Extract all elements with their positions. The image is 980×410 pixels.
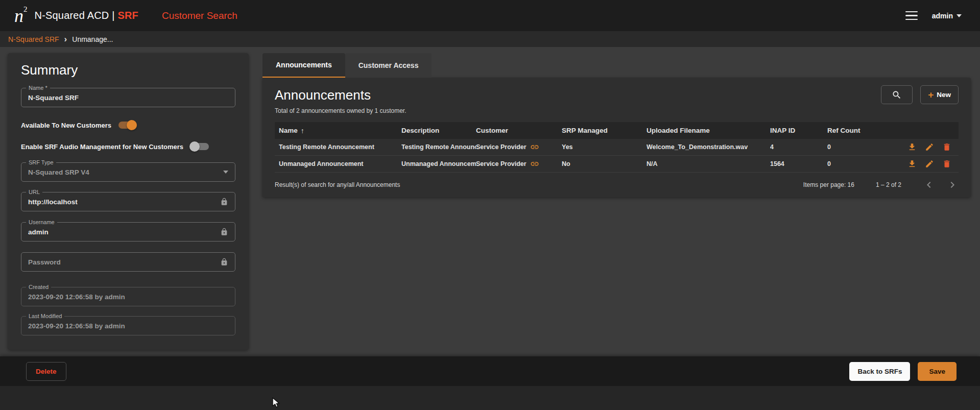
- page-range-label: 1 – 2 of 2: [876, 181, 901, 188]
- items-per-page[interactable]: Items per page: 16: [803, 181, 854, 188]
- audio-toggle-row: Enable SRF Audio Management for New Cust…: [21, 140, 235, 153]
- column-header-description[interactable]: Description: [401, 127, 476, 134]
- cell-customer: Service Provider: [476, 142, 562, 152]
- cell-name: Unmanaged Announcement: [279, 160, 401, 167]
- next-page-button[interactable]: [946, 179, 959, 191]
- username-input[interactable]: [28, 228, 216, 236]
- available-toggle-row: Available To New Customers: [21, 118, 235, 132]
- username-field[interactable]: Username: [21, 222, 235, 242]
- password-input[interactable]: [28, 258, 216, 266]
- breadcrumb: N-Squared SRF › Unmanage...: [0, 31, 980, 47]
- announcements-actions: + New: [881, 85, 959, 104]
- last-modified-value: 2023-09-20 12:06:58 by admin: [28, 322, 228, 330]
- column-header-inap-id[interactable]: INAP ID: [770, 127, 827, 134]
- items-per-page-value[interactable]: 16: [848, 181, 854, 188]
- cell-customer: Service Provider: [476, 159, 562, 168]
- save-button[interactable]: Save: [918, 362, 957, 381]
- announcements-header: Announcements + New: [275, 85, 959, 104]
- download-icon[interactable]: [907, 159, 917, 168]
- last-modified-field-label: Last Modified: [26, 313, 64, 320]
- plus-icon: +: [928, 90, 934, 100]
- table-row: Unmanaged Announcement Unmanaged Announc…: [275, 156, 959, 173]
- logo-n: n: [14, 7, 23, 25]
- delete-button[interactable]: Delete: [26, 362, 66, 381]
- tab-customer-access[interactable]: Customer Access: [345, 53, 432, 78]
- sort-ascending-icon: ↑: [301, 127, 304, 135]
- cell-ref-count: 0: [827, 143, 881, 151]
- username-field-label: Username: [26, 219, 57, 226]
- back-to-srfs-button[interactable]: Back to SRFs: [849, 362, 910, 381]
- name-field[interactable]: Name *: [21, 88, 235, 107]
- customer-name: Service Provider: [476, 143, 527, 151]
- available-to-new-customers-toggle[interactable]: [117, 119, 138, 131]
- paginator-buttons: [923, 179, 959, 191]
- row-actions: [881, 159, 955, 168]
- announcements-card: Announcements + New Total of 2 announcem…: [262, 78, 971, 197]
- column-name-label: Name: [279, 127, 298, 134]
- available-toggle-label: Available To New Customers: [21, 122, 111, 129]
- table-footer: Result(s) of search for any/all Announce…: [275, 173, 959, 197]
- cell-name: Testing Remote Announcement: [279, 143, 401, 151]
- paginator: Items per page: 16 1 – 2 of 2: [803, 179, 959, 191]
- breadcrumb-root-link[interactable]: N-Squared SRF: [8, 35, 59, 43]
- user-menu[interactable]: admin: [932, 12, 962, 20]
- app-header: n2 N-Squared ACD | SRF Customer Search a…: [0, 0, 980, 31]
- action-bar-right: Back to SRFs Save: [849, 362, 957, 381]
- password-field[interactable]: [21, 252, 235, 272]
- announcements-subtitle: Total of 2 announcements owned by 1 cust…: [275, 107, 959, 115]
- created-field-label: Created: [26, 284, 51, 291]
- cell-description: Testing Remote Announcement: [401, 143, 476, 151]
- download-icon[interactable]: [907, 142, 917, 152]
- chevron-left-icon: [923, 179, 935, 191]
- header-right: admin: [905, 11, 962, 20]
- column-header-uploaded-filename[interactable]: Uploaded Filename: [647, 127, 770, 134]
- column-header-customer[interactable]: Customer: [476, 127, 562, 134]
- app-title-srf: SRF: [117, 10, 138, 21]
- url-input[interactable]: [28, 198, 216, 206]
- customer-name: Service Provider: [476, 160, 527, 167]
- tab-bar: Announcements Customer Access: [262, 53, 432, 78]
- tab-customer-access-label: Customer Access: [358, 61, 419, 69]
- link-icon[interactable]: [530, 142, 539, 152]
- hamburger-menu-icon[interactable]: [905, 11, 918, 20]
- cell-srp-managed: No: [562, 160, 647, 167]
- new-announcement-button[interactable]: + New: [920, 85, 959, 104]
- audio-toggle-label: Enable SRF Audio Management for New Cust…: [21, 143, 183, 151]
- column-header-ref-count[interactable]: Ref Count: [827, 127, 881, 134]
- cell-inap-id: 1564: [770, 160, 827, 167]
- link-icon[interactable]: [530, 159, 539, 168]
- app-title-text: N-Squared ACD |: [35, 10, 115, 21]
- toggle-thumb: [127, 120, 137, 130]
- url-field-label: URL: [26, 189, 42, 196]
- lock-icon: [220, 228, 228, 236]
- items-per-page-label: Items per page:: [803, 181, 846, 188]
- app-title: N-Squared ACD | SRF: [35, 10, 139, 21]
- cell-uploaded-filename: N/A: [647, 160, 770, 167]
- lock-icon: [220, 258, 228, 266]
- srf-audio-management-toggle[interactable]: [189, 140, 210, 153]
- toggle-thumb: [189, 141, 200, 152]
- srf-type-select[interactable]: SRF Type N-Squared SRP V4: [21, 162, 235, 182]
- cell-ref-count: 0: [827, 160, 881, 167]
- column-header-name[interactable]: Name ↑: [279, 127, 401, 135]
- row-actions: [881, 142, 955, 152]
- delete-icon[interactable]: [942, 142, 951, 152]
- summary-card: Summary Name * Available To New Customer…: [8, 53, 249, 350]
- name-input[interactable]: [28, 94, 228, 102]
- previous-page-button[interactable]: [923, 179, 935, 191]
- table-header-row: Name ↑ Description Customer SRP Managed …: [275, 122, 959, 139]
- tab-announcements[interactable]: Announcements: [262, 53, 345, 78]
- cell-description: Unmanaged Announcement: [401, 160, 476, 167]
- column-header-srp-managed[interactable]: SRP Managed: [562, 127, 647, 134]
- edit-icon[interactable]: [925, 142, 934, 152]
- url-field[interactable]: URL: [21, 192, 235, 211]
- tab-announcements-label: Announcements: [276, 61, 332, 69]
- breadcrumb-chevron-icon: ›: [64, 35, 67, 43]
- breadcrumb-current: Unmanage...: [72, 35, 113, 43]
- nav-customer-search[interactable]: Customer Search: [162, 10, 237, 21]
- created-field: Created 2023-09-20 12:06:58 by admin: [21, 287, 235, 306]
- search-button[interactable]: [881, 85, 913, 104]
- delete-icon[interactable]: [942, 159, 951, 168]
- edit-icon[interactable]: [925, 159, 934, 168]
- dropdown-caret-icon: [223, 171, 228, 174]
